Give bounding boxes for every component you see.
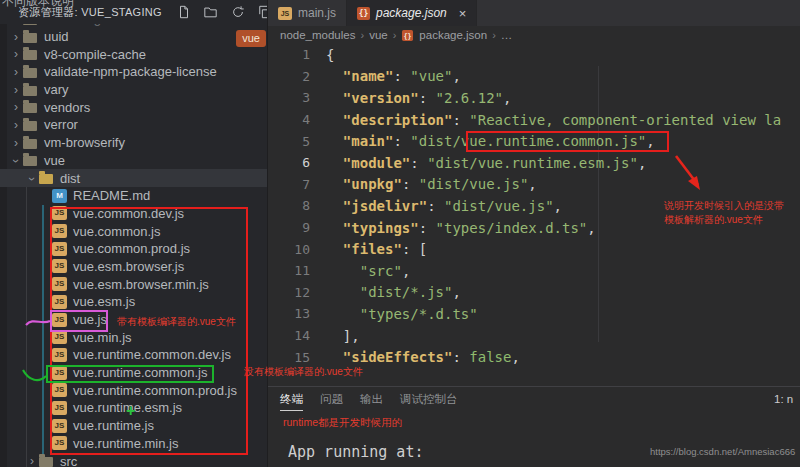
code-line[interactable]: 14 ], bbox=[268, 325, 800, 347]
code-editor[interactable]: 1{2 "name": "vue",3 "version": "2.6.12",… bbox=[268, 44, 800, 386]
code-line[interactable]: 12 "dist/*.js", bbox=[268, 282, 800, 304]
code-line-content: "unpkg": "dist/vue.js", bbox=[326, 176, 537, 192]
tree-item-vm-browserify[interactable]: ›vm-browserify bbox=[0, 134, 268, 152]
code-token bbox=[326, 112, 343, 128]
tree-item-vue[interactable]: ›vue bbox=[0, 152, 268, 170]
tree-item-vue-common-js[interactable]: JSvue.common.js bbox=[0, 222, 268, 240]
code-line-content: "dist/*.js", bbox=[326, 284, 461, 300]
code-line[interactable]: 2 "name": "vue", bbox=[268, 66, 800, 88]
tree-item-vue-runtime-min-js[interactable]: JSvue.runtime.min.js bbox=[0, 435, 268, 453]
tree-item-vue-runtime-common-dev-js[interactable]: JSvue.runtime.common.dev.js bbox=[0, 346, 268, 364]
folder-icon bbox=[39, 174, 53, 184]
tree-item-vue-runtime-esm-js[interactable]: JSvue.runtime.esm.js bbox=[0, 399, 268, 417]
tree-item-label: src bbox=[60, 454, 77, 467]
code-token: : bbox=[427, 198, 444, 214]
tab-main-js[interactable]: JSmain.js bbox=[268, 0, 347, 26]
code-token: : bbox=[452, 349, 469, 365]
tree-item-vue-runtime-common-prod-js[interactable]: JSvue.runtime.common.prod.js bbox=[0, 381, 268, 399]
tree-item-validate-npm-package-license[interactable]: ›validate-npm-package-license bbox=[0, 63, 268, 81]
tab-package-json[interactable]: {}package.json× bbox=[347, 0, 477, 26]
breadcrumb-item[interactable]: … bbox=[501, 29, 513, 41]
tree-item-uuid[interactable]: ›uuid bbox=[0, 28, 268, 46]
panel-tab-输出[interactable]: 输出 bbox=[360, 392, 383, 411]
tree-item-vendors[interactable]: ›vendors bbox=[0, 98, 268, 116]
chevron-right-icon: › bbox=[10, 136, 22, 150]
terminal-selector-dropdown[interactable]: 1: n bbox=[774, 393, 800, 405]
code-token: "types/*.d.ts" bbox=[360, 306, 478, 322]
tree-item-v8-compile-cache[interactable]: ›v8-compile-cache bbox=[0, 45, 268, 63]
tree-item-vue-common-dev-js[interactable]: JSvue.common.dev.js bbox=[0, 205, 268, 223]
tree-item-readme-md[interactable]: MREADME.md bbox=[0, 187, 268, 205]
code-line[interactable]: 10 "files": [ bbox=[268, 238, 800, 260]
line-number: 1 bbox=[268, 47, 310, 62]
vue-folder-tooltip: vue bbox=[236, 30, 266, 47]
tree-item-vue-esm-browser-js[interactable]: JSvue.esm.browser.js bbox=[0, 258, 268, 276]
code-token: : bbox=[410, 155, 427, 171]
line-number: 8 bbox=[268, 198, 310, 213]
code-token: "version" bbox=[343, 90, 419, 106]
tree-item-src[interactable]: ›src bbox=[0, 452, 268, 467]
tree-item-vue-runtime-js[interactable]: JSvue.runtime.js bbox=[0, 417, 268, 435]
code-token: , bbox=[402, 263, 410, 279]
code-line[interactable]: 7 "unpkg": "dist/vue.js", bbox=[268, 174, 800, 196]
tree-item-label: dist bbox=[60, 171, 80, 186]
tree-item-label: README.md bbox=[73, 188, 150, 203]
line-number: 12 bbox=[268, 285, 310, 300]
refresh-icon[interactable] bbox=[230, 4, 246, 20]
code-token bbox=[326, 133, 343, 149]
code-token bbox=[326, 90, 343, 106]
code-line[interactable]: 15 "sideEffects": false, bbox=[268, 346, 800, 368]
code-token: : bbox=[402, 176, 419, 192]
breadcrumb-item[interactable]: vue bbox=[369, 29, 388, 41]
code-line[interactable]: 8 "jsdelivr": "dist/vue.js", bbox=[268, 195, 800, 217]
code-token: "files" bbox=[343, 241, 402, 257]
code-line[interactable]: 4 "description": "Reactive, component-or… bbox=[268, 109, 800, 131]
code-token: , bbox=[511, 349, 519, 365]
code-token: { bbox=[326, 47, 334, 63]
tree-item-vue-esm-js[interactable]: JSvue.esm.js bbox=[0, 293, 268, 311]
new-folder-icon[interactable] bbox=[203, 4, 219, 20]
collapse-folders-icon[interactable] bbox=[257, 4, 268, 20]
code-line[interactable]: 5 "main": "dist/vue.runtime.common.js", bbox=[268, 130, 800, 152]
folder-icon bbox=[23, 103, 37, 113]
folder-icon bbox=[39, 457, 53, 467]
markdown-file-icon: M bbox=[52, 189, 67, 203]
code-token: , bbox=[587, 220, 595, 236]
tree-item-dist[interactable]: ›dist bbox=[0, 169, 268, 187]
code-line[interactable]: 6 "module": "dist/vue.runtime.esm.js", bbox=[268, 152, 800, 174]
breadcrumb-item[interactable]: package.json bbox=[419, 29, 487, 41]
code-line-content: "src", bbox=[326, 263, 410, 279]
code-token: , bbox=[646, 133, 654, 149]
tree-item-vary[interactable]: ›vary bbox=[0, 81, 268, 99]
panel-tab-问题[interactable]: 问题 bbox=[320, 392, 343, 411]
tree-item-vue-js[interactable]: JSvue.js bbox=[0, 311, 268, 329]
panel-tab-终端[interactable]: 终端 bbox=[280, 392, 303, 411]
code-line[interactable]: 3 "version": "2.6.12", bbox=[268, 87, 800, 109]
code-token: : bbox=[452, 112, 469, 128]
tree-item-label: vue.runtime.js bbox=[73, 418, 154, 433]
new-file-icon[interactable] bbox=[176, 4, 192, 20]
tree-item-label: validate-npm-package-license bbox=[44, 64, 217, 79]
tree-item-label: vue.min.js bbox=[73, 330, 132, 345]
tree-item-vue-runtime-common-js[interactable]: JSvue.runtime.common.js bbox=[0, 364, 268, 382]
tree-item-verror[interactable]: ›verror bbox=[0, 116, 268, 134]
tree-item-vue-esm-browser-min-js[interactable]: JSvue.esm.browser.min.js bbox=[0, 275, 268, 293]
line-number: 5 bbox=[268, 134, 310, 149]
code-line[interactable]: 1{ bbox=[268, 44, 800, 66]
panel-tab-调试控制台[interactable]: 调试控制台 bbox=[400, 392, 458, 411]
breadcrumb-item[interactable]: node_modules bbox=[280, 29, 355, 41]
terminal-output-text: App running at: bbox=[288, 443, 423, 461]
code-token bbox=[326, 349, 343, 365]
tree-item-vue-common-prod-js[interactable]: JSvue.common.prod.js bbox=[0, 240, 268, 258]
tree-item-vue-min-js[interactable]: JSvue.min.js bbox=[0, 328, 268, 346]
code-line-content: "files": [ bbox=[326, 241, 427, 257]
code-line[interactable]: 13 "types/*.d.ts" bbox=[268, 303, 800, 325]
close-icon[interactable]: × bbox=[459, 6, 467, 21]
code-line[interactable]: 9 "typings": "types/index.d.ts", bbox=[268, 217, 800, 239]
code-token: "main" bbox=[343, 133, 394, 149]
code-line-content: "jsdelivr": "dist/vue.js", bbox=[326, 198, 562, 214]
code-token: "2.6.12" bbox=[436, 90, 503, 106]
code-line-content: "description": "Reactive, component-orie… bbox=[326, 112, 781, 128]
tree-item-label: vue.esm.browser.js bbox=[73, 259, 184, 274]
code-line[interactable]: 11 "src", bbox=[268, 260, 800, 282]
